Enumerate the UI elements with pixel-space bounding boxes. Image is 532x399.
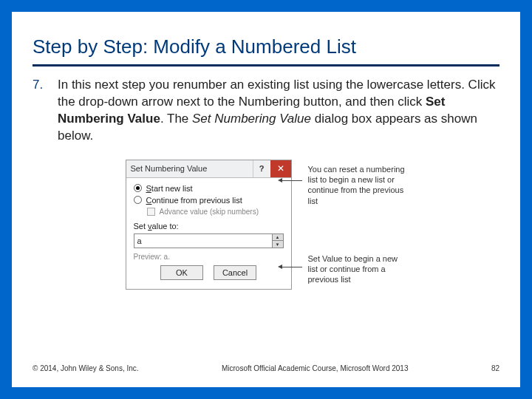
radio-icon <box>134 184 142 192</box>
checkbox-label: Advance value (skip numbers) <box>160 208 259 216</box>
callout-text: You can reset a numbering list to begin … <box>308 165 405 205</box>
callout-top: You can reset a numbering list to begin … <box>304 164 407 206</box>
continue-previous-radio[interactable]: Continue from previous list <box>134 196 284 205</box>
close-button[interactable]: ✕ <box>270 160 291 177</box>
dialog-body: Start new list Continue from previous li… <box>126 178 291 289</box>
cancel-button[interactable]: Cancel <box>214 265 256 280</box>
footer-right: 82 <box>491 364 499 372</box>
advance-value-checkbox[interactable]: Advance value (skip numbers) <box>147 208 284 216</box>
radio-label: Start new list <box>146 184 193 193</box>
spinner-buttons[interactable]: ▲ ▼ <box>272 234 283 248</box>
footer-left: © 2014, John Wiley & Sons, Inc. <box>33 364 139 372</box>
preview-label: Preview: a. <box>134 253 284 261</box>
step-text-italic: Set Numbering Value <box>192 112 311 126</box>
page-title: Step by Step: Modify a Numbered List <box>33 35 499 66</box>
step-text: In this next step you renumber an existi… <box>58 77 499 145</box>
slide: Step by Step: Modify a Numbered List 7. … <box>12 12 520 387</box>
figure: Set Numbering Value ? ✕ Start new list C… <box>33 160 499 290</box>
ok-button[interactable]: OK <box>160 265 203 280</box>
radio-icon <box>134 196 142 204</box>
arrow-icon <box>282 267 302 267</box>
dialog-footer: OK Cancel <box>134 265 284 282</box>
step-text-mid: . The <box>160 112 192 126</box>
dialog-title: Set Numbering Value <box>126 160 253 177</box>
step-number: 7. <box>33 77 49 94</box>
set-value-label: Set value to: <box>134 222 284 231</box>
spinner-value: a <box>134 234 272 248</box>
spinner-up-icon[interactable]: ▲ <box>273 234 283 242</box>
radio-label: Continue from previous list <box>146 196 242 205</box>
callouts: You can reset a numbering list to begin … <box>304 160 407 290</box>
set-numbering-value-dialog: Set Numbering Value ? ✕ Start new list C… <box>126 160 292 290</box>
arrow-icon <box>282 180 302 181</box>
callout-text: Set Value to begin a new list or continu… <box>308 254 398 284</box>
start-new-list-radio[interactable]: Start new list <box>134 184 284 193</box>
checkbox-icon <box>147 208 155 216</box>
spinner-down-icon[interactable]: ▼ <box>273 241 283 248</box>
step-item: 7. In this next step you renumber an exi… <box>33 77 499 145</box>
slide-body: 7. In this next step you renumber an exi… <box>33 77 499 372</box>
callout-bottom: Set Value to begin a new list or continu… <box>304 253 407 285</box>
set-value-spinner[interactable]: a ▲ ▼ <box>134 233 284 248</box>
dialog-titlebar: Set Numbering Value ? ✕ <box>126 160 291 178</box>
footer-center: Microsoft Official Academic Course, Micr… <box>139 364 491 372</box>
slide-footer: © 2014, John Wiley & Sons, Inc. Microsof… <box>33 364 499 372</box>
help-button[interactable]: ? <box>253 160 270 177</box>
